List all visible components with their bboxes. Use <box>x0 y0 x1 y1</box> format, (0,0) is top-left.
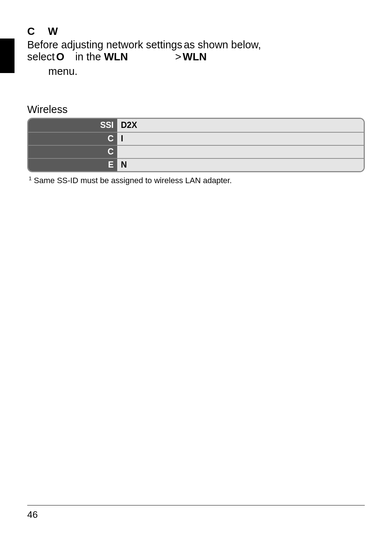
intro-part3: select <box>27 51 55 63</box>
page-footer: 46 <box>27 505 365 520</box>
table-label-cell: C <box>28 132 117 145</box>
table-value-cell: D2X <box>117 119 364 132</box>
table-label-cell: SSI <box>28 119 117 132</box>
intro-part2: as shown below, <box>184 39 261 51</box>
heading-c: C <box>27 25 35 37</box>
wireless-label: Wireless <box>27 104 365 116</box>
intro-opt: O <box>56 51 65 63</box>
wireless-settings-table: SSI D2X C I C E N <box>27 118 365 172</box>
intro-paragraph: Before adjusting network settingsas show… <box>27 39 365 63</box>
page-content: CW Before adjusting network settingsas s… <box>0 0 392 185</box>
table-value-cell: N <box>117 158 364 171</box>
page-number: 46 <box>27 509 365 520</box>
intro-part4: in the <box>72 51 104 63</box>
footnote-sup: 1 <box>29 175 32 181</box>
table-row: E N <box>28 158 364 171</box>
table-label-cell: E <box>28 158 117 171</box>
intro-gt: > <box>175 51 181 63</box>
intro-wln1: WLN <box>104 51 128 63</box>
table-value-cell <box>117 145 364 158</box>
heading-w: W <box>48 25 58 37</box>
footnote: 1Same SS-ID must be assigned to wireless… <box>27 175 365 185</box>
table-row: C <box>28 145 364 158</box>
footnote-text: Same SS-ID must be assigned to wireless … <box>34 176 232 185</box>
table-row: C I <box>28 132 364 145</box>
table-row: SSI D2X <box>28 119 364 132</box>
table-value-cell: I <box>117 132 364 145</box>
section-heading: CW <box>27 25 365 37</box>
intro-part1: Before adjusting network settings <box>27 39 182 51</box>
table-label-cell: C <box>28 145 117 158</box>
menu-line: menu. <box>48 65 365 77</box>
footer-rule <box>27 505 365 505</box>
intro-wln2: WLN <box>183 51 207 63</box>
